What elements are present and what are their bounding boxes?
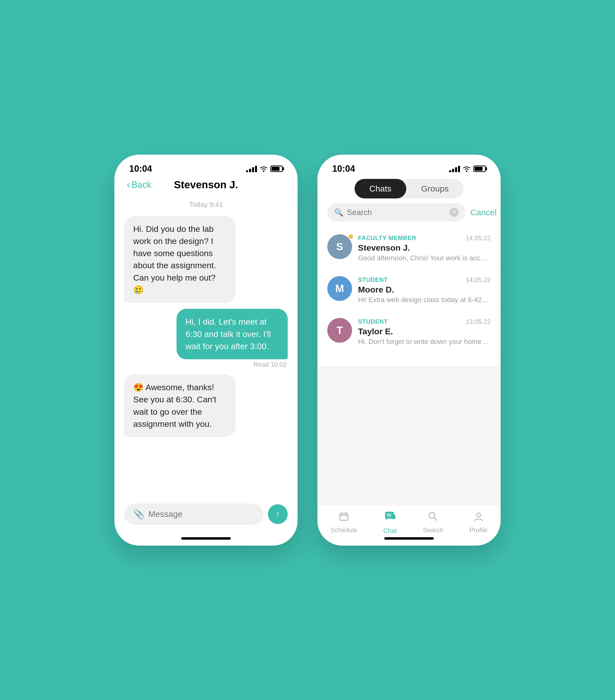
left-phone: 10:04 bbox=[114, 155, 298, 546]
back-label: Back bbox=[132, 180, 151, 190]
avatar-2: M bbox=[327, 276, 352, 301]
avatar-letter-3: T bbox=[336, 324, 343, 336]
back-arrow-icon: ‹ bbox=[127, 179, 130, 190]
attach-icon[interactable]: 📎 bbox=[133, 509, 144, 520]
chat-icon bbox=[384, 510, 396, 525]
svg-line-11 bbox=[434, 518, 437, 520]
nav-item-profile[interactable]: Profile bbox=[469, 511, 488, 534]
message-row-3: 😍 Awesome, thanks! See you at 6:30. Can'… bbox=[124, 374, 288, 437]
signal-icon bbox=[246, 165, 257, 172]
chat-role-3: Student bbox=[358, 318, 388, 325]
chat-item-content-1: Faculty Member 14.05.22 Stevenson J. Goo… bbox=[358, 234, 491, 262]
chat-header: ‹ Back Stevenson J. bbox=[114, 176, 298, 196]
message-row-1: Hi. Did you do the lab work on the desig… bbox=[124, 216, 288, 303]
search-input[interactable] bbox=[347, 208, 446, 217]
chat-date-3: 13.05.22 bbox=[466, 318, 491, 326]
search-row: 🔍 ✕ Cancel bbox=[317, 203, 501, 227]
schedule-label: Schedule bbox=[331, 526, 357, 534]
tab-pill: Chats Groups bbox=[355, 179, 464, 198]
clear-search-button[interactable]: ✕ bbox=[450, 208, 458, 217]
back-button[interactable]: ‹ Back bbox=[127, 179, 151, 190]
nav-item-chat[interactable]: Chat bbox=[383, 510, 397, 535]
send-arrow-icon: ↑ bbox=[275, 509, 280, 520]
time-left: 10:04 bbox=[129, 164, 152, 174]
unread-dot-1 bbox=[348, 234, 353, 239]
chat-item-content-2: Student 14.05.22 Moore D. Hi! Extra web … bbox=[358, 276, 491, 304]
phones-container: 10:04 bbox=[114, 155, 501, 546]
chat-item-meta-3: Student 13.05.22 bbox=[358, 318, 491, 326]
message-input[interactable] bbox=[148, 509, 255, 519]
list-spacer bbox=[317, 366, 501, 505]
avatar-letter-2: M bbox=[335, 283, 344, 295]
chat-list: S Faculty Member 14.05.22 Stevenson J. G… bbox=[317, 227, 501, 366]
chat-item-meta-2: Student 14.05.22 bbox=[358, 276, 491, 284]
svg-point-1 bbox=[466, 171, 467, 172]
message-bubble-3: 😍 Awesome, thanks! See you at 6:30. Can'… bbox=[124, 374, 235, 437]
home-indicator-right bbox=[384, 537, 434, 540]
chat-date-2: 14.05.22 bbox=[466, 276, 491, 284]
message-input-area: 📎 ↑ bbox=[114, 498, 298, 537]
battery-icon-right bbox=[473, 165, 486, 172]
chat-preview-3: Hi. Don't forget to write down your home… bbox=[358, 338, 491, 346]
chat-preview-2: Hi! Extra web design class today at 6-42… bbox=[358, 296, 491, 304]
search-input-wrap: 🔍 ✕ bbox=[327, 203, 466, 222]
wifi-icon bbox=[259, 165, 268, 172]
cancel-search-button[interactable]: Cancel bbox=[470, 208, 497, 217]
time-right: 10:04 bbox=[332, 164, 355, 174]
search-icon: 🔍 bbox=[334, 208, 343, 217]
schedule-icon bbox=[339, 511, 349, 524]
svg-rect-2 bbox=[340, 513, 348, 520]
tab-groups[interactable]: Groups bbox=[406, 179, 464, 198]
chat-name-1: Stevenson J. bbox=[358, 243, 491, 253]
chat-item-content-3: Student 13.05.22 Taylor E. Hi. Don't for… bbox=[358, 318, 491, 346]
chat-name-2: Moore D. bbox=[358, 285, 491, 295]
avatar-letter-1: S bbox=[336, 241, 343, 253]
read-receipt: Read 10:02 bbox=[254, 361, 287, 368]
message-input-wrap: 📎 bbox=[124, 503, 263, 525]
nav-item-schedule[interactable]: Schedule bbox=[331, 511, 357, 534]
chat-preview-1: Good afternoon, Chris! Your work is acce… bbox=[358, 254, 491, 262]
chat-role-1: Faculty Member bbox=[358, 235, 416, 241]
send-button[interactable]: ↑ bbox=[268, 504, 288, 524]
chat-role-2: Student bbox=[358, 276, 388, 283]
tab-chats[interactable]: Chats bbox=[355, 179, 406, 198]
home-indicator-left bbox=[181, 537, 231, 540]
message-bubble-1: Hi. Did you do the lab work on the desig… bbox=[124, 216, 235, 303]
avatar-3: T bbox=[327, 318, 352, 343]
chat-contact-name: Stevenson J. bbox=[174, 179, 238, 191]
tabs-row: Chats Groups bbox=[327, 179, 491, 198]
svg-point-0 bbox=[263, 171, 265, 172]
status-bar-left: 10:04 bbox=[114, 155, 298, 176]
battery-icon bbox=[270, 165, 283, 172]
nav-item-search[interactable]: Search bbox=[423, 511, 443, 534]
profile-label: Profile bbox=[469, 526, 488, 534]
profile-icon bbox=[473, 511, 484, 524]
chat-list-item-3[interactable]: T Student 13.05.22 Taylor E. Hi. Don't f… bbox=[317, 311, 501, 353]
wifi-icon-right bbox=[463, 165, 471, 172]
chat-spacer bbox=[114, 443, 298, 497]
svg-rect-7 bbox=[391, 515, 395, 519]
status-icons-right bbox=[449, 165, 486, 172]
date-divider: Today 9:41 bbox=[124, 201, 288, 209]
chat-date-1: 14.05.22 bbox=[466, 234, 491, 242]
chat-messages: Today 9:41 Hi. Did you do the lab work o… bbox=[114, 196, 298, 443]
chat-list-item-2[interactable]: M Student 14.05.22 Moore D. Hi! Extra we… bbox=[317, 269, 501, 311]
chat-label: Chat bbox=[383, 527, 397, 535]
chat-name-3: Taylor E. bbox=[358, 327, 491, 336]
svg-point-12 bbox=[477, 513, 481, 517]
message-row-2: Hi, I did. Let's meet at 6:30 and talk i… bbox=[124, 309, 288, 368]
bottom-nav: Schedule Chat bbox=[317, 505, 501, 537]
right-phone: 10:04 bbox=[317, 155, 501, 546]
message-text-2: Hi, I did. Let's meet at 6:30 and talk i… bbox=[185, 317, 271, 351]
status-icons-left bbox=[246, 165, 283, 172]
message-text-3: 😍 Awesome, thanks! See you at 6:30. Can'… bbox=[133, 383, 216, 428]
message-text-1: Hi. Did you do the lab work on the desig… bbox=[133, 224, 216, 295]
chat-item-meta-1: Faculty Member 14.05.22 bbox=[358, 234, 491, 242]
search-nav-icon bbox=[428, 511, 439, 524]
message-bubble-2: Hi, I did. Let's meet at 6:30 and talk i… bbox=[176, 309, 288, 359]
search-label: Search bbox=[423, 526, 443, 534]
status-bar-right: 10:04 bbox=[317, 155, 501, 176]
chat-list-item-1[interactable]: S Faculty Member 14.05.22 Stevenson J. G… bbox=[317, 227, 501, 269]
signal-icon-right bbox=[449, 165, 460, 172]
avatar-1: S bbox=[327, 234, 352, 259]
